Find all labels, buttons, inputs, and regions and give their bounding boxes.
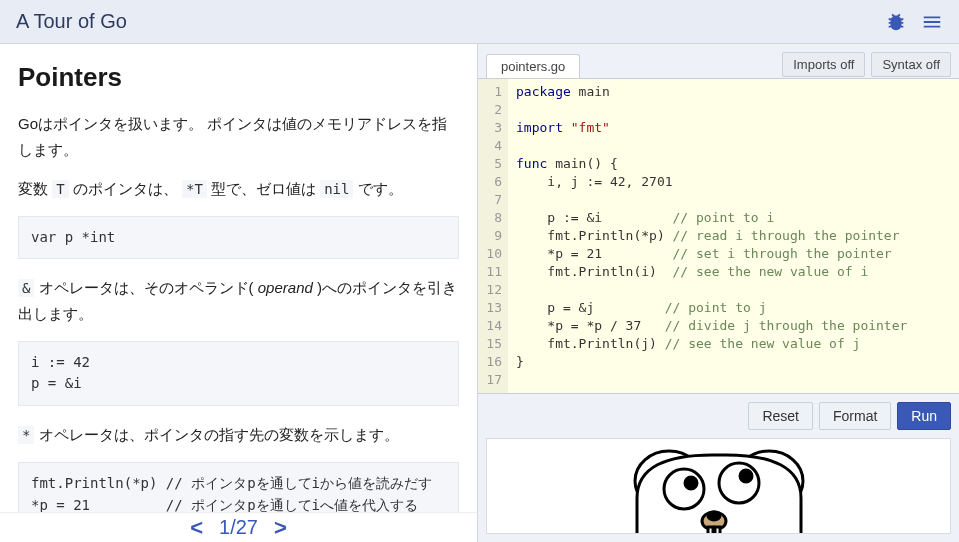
bug-icon[interactable] [885, 11, 907, 33]
lesson-para-3: & オペレータは、そのオペランド( operand )へのポインタを引き出します… [18, 275, 459, 326]
gopher-image [609, 443, 829, 534]
page-indicator: 1/27 [219, 516, 258, 539]
svg-point-5 [740, 470, 752, 482]
svg-rect-8 [708, 527, 713, 534]
code-block-1: var p *int [18, 216, 459, 260]
code-block-3: fmt.Println(*p) // ポインタpを通してiから値を読みだす *p… [18, 462, 459, 512]
svg-point-2 [664, 469, 704, 509]
lesson-para-2: 変数 T のポインタは、 *T 型で、ゼロ値は nil です。 [18, 176, 459, 202]
line-gutter: 1234567891011121314151617 [478, 79, 508, 393]
editor-tabs-row: pointers.go Imports off Syntax off [478, 44, 959, 78]
pager: < 1/27 > [0, 512, 477, 542]
svg-rect-9 [715, 527, 720, 534]
lesson-pane: Pointers Goはポインタを扱います。 ポインタは値のメモリアドレスを指し… [0, 44, 478, 542]
lesson-para-1: Goはポインタを扱います。 ポインタは値のメモリアドレスを指します。 [18, 111, 459, 162]
app-title: A Tour of Go [16, 10, 885, 33]
menu-icon[interactable] [921, 11, 943, 33]
prev-button[interactable]: < [186, 515, 207, 541]
svg-point-3 [719, 463, 759, 503]
file-tab[interactable]: pointers.go [486, 54, 580, 78]
editor-controls: Reset Format Run [478, 394, 959, 438]
main-split: Pointers Goはポインタを扱います。 ポインタは値のメモリアドレスを指し… [0, 44, 959, 542]
editor-pane: pointers.go Imports off Syntax off 12345… [478, 44, 959, 542]
run-button[interactable]: Run [897, 402, 951, 430]
svg-point-4 [685, 477, 697, 489]
syntax-toggle[interactable]: Syntax off [871, 52, 951, 77]
code-editor[interactable]: 1234567891011121314151617 package main i… [478, 78, 959, 394]
lesson-scroll[interactable]: Pointers Goはポインタを扱います。 ポインタは値のメモリアドレスを指し… [0, 44, 477, 512]
code-block-2: i := 42 p = &i [18, 341, 459, 406]
topbar-actions [885, 11, 943, 33]
lesson-title: Pointers [18, 62, 459, 93]
next-button[interactable]: > [270, 515, 291, 541]
reset-button[interactable]: Reset [748, 402, 813, 430]
imports-toggle[interactable]: Imports off [782, 52, 865, 77]
lesson-para-4: * オペレータは、ポインタの指す先の変数を示します。 [18, 422, 459, 448]
svg-point-7 [708, 512, 720, 520]
topbar: A Tour of Go [0, 0, 959, 44]
format-button[interactable]: Format [819, 402, 891, 430]
code-area[interactable]: package main import "fmt" func main() { … [508, 79, 915, 393]
output-area [486, 438, 951, 534]
